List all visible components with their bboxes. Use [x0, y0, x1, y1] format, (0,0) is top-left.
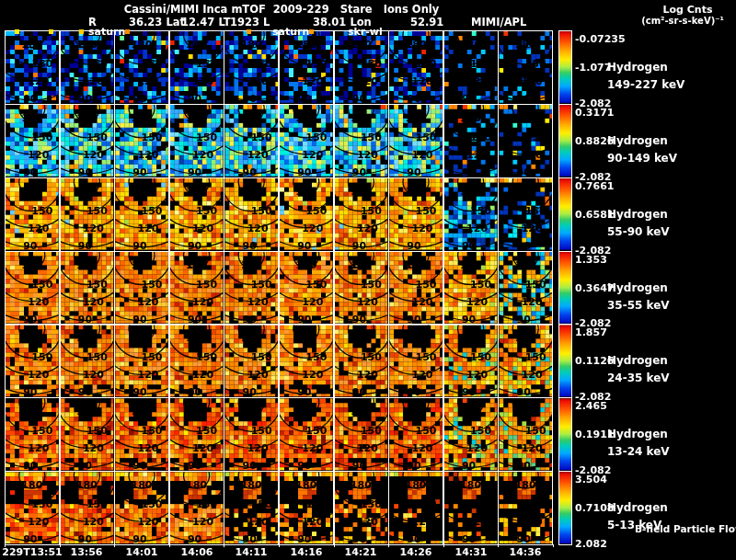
row-label-3: Hydrogen35-55 keV: [607, 280, 670, 314]
info-lon-value: 52.91: [410, 16, 443, 29]
cbar-r0-mid: -1.077: [575, 62, 611, 74]
event-label-saturn-2: saturn: [272, 26, 309, 38]
info-lt-value: 1923 L: [230, 16, 270, 29]
species-label: Hydrogen: [607, 354, 668, 367]
time-tick-0: 229T13:51: [2, 546, 62, 558]
energy-label: 55-90 keV: [607, 225, 670, 238]
species-label: Hydrogen: [607, 61, 668, 74]
species-label: Hydrogen: [607, 428, 668, 440]
time-tick-9: 14:36: [509, 546, 541, 558]
cbar-r5-max: 2.465: [575, 400, 607, 412]
page-title: Cassini/MIMI Inca mTOF 2009-229 Stare Io…: [0, 3, 563, 16]
cbar-r3-max: 1.353: [575, 254, 607, 266]
species-label: Hydrogen: [607, 134, 668, 147]
species-label: Hydrogen: [607, 501, 668, 514]
time-tick-1: 13:56: [70, 546, 102, 558]
species-label: Hydrogen: [607, 208, 668, 221]
energy-label: 24-35 keV: [607, 371, 670, 384]
time-tick-2: 14:01: [125, 546, 157, 558]
row-label-1: Hydrogen90-149 keV: [607, 132, 677, 167]
cbar-r1-max: 0.3171: [575, 107, 614, 119]
energy-label: 35-55 keV: [607, 299, 670, 312]
time-tick-8: 14:31: [454, 546, 487, 558]
time-tick-7: 14:26: [399, 546, 431, 558]
mimi-spectrogram-page: Cassini/MIMI Inca mTOF 2009-229 Stare Io…: [0, 0, 736, 560]
info-r-value: 36.23 Lat: [129, 16, 185, 29]
energy-label: 90-149 keV: [607, 152, 677, 165]
time-tick-3: 14:06: [180, 546, 213, 558]
cbar-r6-max: 3.504: [575, 474, 607, 486]
time-tick-6: 14:21: [344, 546, 376, 558]
row-label-4: Hydrogen24-35 keV: [607, 352, 670, 387]
row-label-5: Hydrogen13-24 keV: [607, 426, 670, 461]
info-credit: MIMI/APL: [471, 16, 526, 29]
species-label: Hydrogen: [607, 281, 668, 294]
cbar-r0-max: -0.07235: [575, 33, 626, 45]
event-label-saturn-1: saturn: [88, 26, 125, 38]
energy-label: 13-24 keV: [607, 445, 670, 458]
colorbar-units: (cm²-sr-s-keV)⁻¹: [631, 16, 734, 26]
row-label-2: Hydrogen55-90 keV: [607, 206, 670, 241]
cbar-r2-max: 0.7661: [575, 180, 614, 192]
time-tick-5: 14:16: [290, 546, 322, 558]
cbar-r6-min: 2.082: [575, 538, 607, 550]
bfield-flow-note: B-field Particle Flow: [635, 523, 733, 534]
energy-label: 149-227 keV: [607, 78, 684, 91]
event-label-skr-wl: skr-wl: [348, 26, 383, 38]
row-label-0: Hydrogen149-227 keV: [607, 59, 684, 94]
time-tick-4: 14:11: [235, 546, 267, 558]
colorbar-title: Log Cnts: [644, 4, 731, 16]
info-lat-value: 12.47 LT: [181, 16, 231, 29]
cbar-r4-max: 1.857: [575, 326, 607, 338]
